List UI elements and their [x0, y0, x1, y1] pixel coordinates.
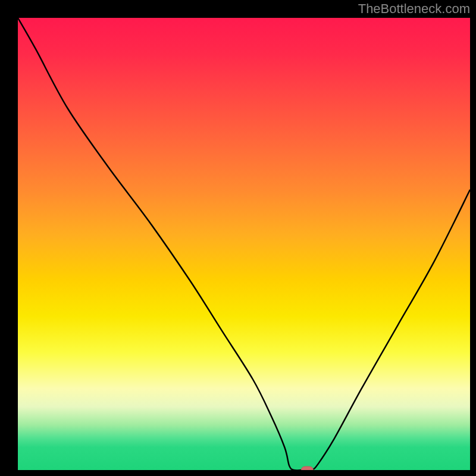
minimum-marker [301, 466, 313, 470]
chart-svg [18, 18, 470, 470]
watermark-label: TheBottleneck.com [358, 1, 470, 17]
plot-area [18, 18, 470, 470]
bottleneck-curve [18, 18, 470, 470]
chart-container: TheBottleneck.com [0, 0, 476, 476]
